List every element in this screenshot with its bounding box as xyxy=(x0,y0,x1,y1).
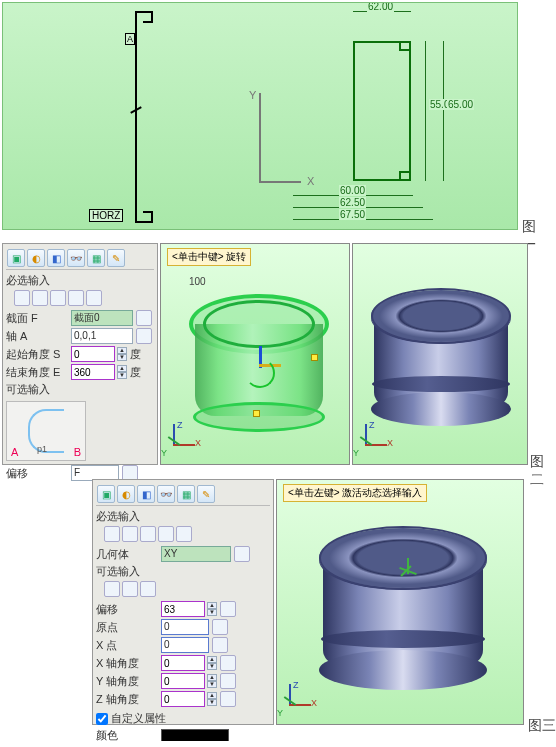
drag-handle-1[interactable] xyxy=(253,410,260,417)
mode-cut-icon[interactable] xyxy=(68,290,84,306)
preview-ring-inner xyxy=(203,300,315,348)
tool-block-icon[interactable]: ▦ xyxy=(87,249,105,267)
section-optional-label-2: 可选输入 xyxy=(96,564,270,579)
viewport-3[interactable]: <单击左键> 激活动态选择输入 Z X Y xyxy=(276,479,524,725)
sketch-canvas: HORZ A Y X 62.00 55.00 65.00 60.00 62.50… xyxy=(2,2,518,230)
zangle-input[interactable] xyxy=(161,691,205,707)
datum-panel: ▣ ◐ ◧ 👓 ▦ ✎ 必选输入 几何体 XY 可选输入 偏移 xyxy=(92,479,274,725)
axis-y-label: Y xyxy=(249,89,256,101)
plane-type-4-icon[interactable] xyxy=(158,526,174,542)
start-angle-spinner[interactable]: ▲▼ xyxy=(117,347,127,361)
tool-gear-icon[interactable]: ✎ xyxy=(107,249,125,267)
figure-3-caption: 图三 xyxy=(528,717,556,735)
yangle-opt-icon[interactable] xyxy=(220,673,236,689)
plane-type-1-icon[interactable] xyxy=(104,526,120,542)
section-optional-label: 可选输入 xyxy=(6,382,154,397)
offset-input[interactable] xyxy=(161,601,205,617)
axis-field[interactable]: 0,0,1 xyxy=(71,328,133,344)
offset-opt-icon[interactable] xyxy=(220,601,236,617)
offset-label-2: 偏移 xyxy=(96,602,158,617)
tool-cube-icon-2[interactable]: ▣ xyxy=(97,485,115,503)
triad-z-label-2: Z xyxy=(369,420,375,430)
start-angle-input[interactable] xyxy=(71,346,115,362)
offset-label: 偏移 xyxy=(6,466,68,481)
xangle-opt-icon[interactable] xyxy=(220,655,236,671)
deg-unit: 度 xyxy=(130,347,141,362)
drag-handle-2[interactable] xyxy=(311,354,318,361)
color-swatch[interactable] xyxy=(161,729,229,742)
tool-loft-icon[interactable]: ◧ xyxy=(47,249,65,267)
zangle-opt-icon[interactable] xyxy=(220,691,236,707)
plane-type-2-icon[interactable] xyxy=(122,526,138,542)
tool-cube-icon[interactable]: ▣ xyxy=(7,249,25,267)
triad-y-label: Y xyxy=(161,448,167,458)
offset-spinner[interactable]: ▲▼ xyxy=(207,602,217,616)
section-required-label: 必选输入 xyxy=(6,273,154,288)
xangle-label: X 轴角度 xyxy=(96,656,158,671)
preview-ring-bottom xyxy=(193,402,325,432)
viewport-tooltip: <单击中键> 旋转 xyxy=(167,248,251,266)
viewport-result[interactable]: Z X Y xyxy=(352,243,528,465)
color-label: 颜色 xyxy=(96,728,158,741)
mode-solid-icon[interactable] xyxy=(14,290,30,306)
yangle-label: Y 轴角度 xyxy=(96,674,158,689)
triad-x-label-3: X xyxy=(311,698,317,708)
mode-surface-icon[interactable] xyxy=(32,290,48,306)
end-angle-input[interactable] xyxy=(71,364,115,380)
tool-sweep-icon[interactable]: ◐ xyxy=(27,249,45,267)
custom-props-checkbox[interactable] xyxy=(96,713,108,725)
geometry-pick-icon[interactable] xyxy=(234,546,250,562)
geometry-field[interactable]: XY xyxy=(161,546,231,562)
tool-sweep-icon-2[interactable]: ◐ xyxy=(117,485,135,503)
yangle-spinner[interactable]: ▲▼ xyxy=(207,674,217,688)
preview-a-label: A xyxy=(11,446,18,458)
figure-3: ▣ ◐ ◧ 👓 ▦ ✎ 必选输入 几何体 XY 可选输入 偏移 xyxy=(92,479,556,733)
origin-field[interactable]: 0 xyxy=(161,619,209,635)
xpoint-pick-icon[interactable] xyxy=(212,637,228,653)
tool-glasses-icon[interactable]: 👓 xyxy=(67,249,85,267)
constraint-a-badge: A xyxy=(125,33,135,45)
section-field-label: 截面 F xyxy=(6,311,68,326)
figure-2: ▣ ◐ ◧ 👓 ▦ ✎ 必选输入 截面 F 截面0 轴 A 0,0,1 起始角度… xyxy=(2,243,552,471)
tool-glasses-icon-2[interactable]: 👓 xyxy=(157,485,175,503)
view-triad-2: Z X Y xyxy=(359,424,393,458)
end-angle-label: 结束角度 E xyxy=(6,365,68,380)
xpoint-field[interactable]: 0 xyxy=(161,637,209,653)
section-pick-icon[interactable] xyxy=(136,310,152,326)
opt-3-icon[interactable] xyxy=(140,581,156,597)
viewport-preview[interactable]: <单击中键> 旋转 100 Z X Y xyxy=(160,243,350,465)
tool-block-icon-2[interactable]: ▦ xyxy=(177,485,195,503)
deg-unit-2: 度 xyxy=(130,365,141,380)
opt-2-icon[interactable] xyxy=(122,581,138,597)
section-required-label-2: 必选输入 xyxy=(96,509,270,524)
plane-type-3-icon[interactable] xyxy=(140,526,156,542)
dim-bot1: 60.00 xyxy=(339,185,366,196)
dim-bot2: 62.50 xyxy=(339,197,366,208)
mode-thin-icon[interactable] xyxy=(50,290,66,306)
panel-toolbar: ▣ ◐ ◧ 👓 ▦ ✎ xyxy=(6,247,154,270)
opt-1-icon[interactable] xyxy=(104,581,120,597)
constraint-horz-badge: HORZ xyxy=(89,209,123,222)
tool-loft-icon-2[interactable]: ◧ xyxy=(137,485,155,503)
yangle-input[interactable] xyxy=(161,673,205,689)
section-field[interactable]: 截面0 xyxy=(71,310,133,326)
end-angle-spinner[interactable]: ▲▼ xyxy=(117,365,127,379)
dim-right2: 65.00 xyxy=(447,99,474,110)
triad-x-label-2: X xyxy=(387,438,393,448)
zangle-spinner[interactable]: ▲▼ xyxy=(207,692,217,706)
tool-gear-icon-2[interactable]: ✎ xyxy=(197,485,215,503)
zangle-label: Z 轴角度 xyxy=(96,692,158,707)
origin-pick-icon[interactable] xyxy=(212,619,228,635)
figure-1: HORZ A Y X 62.00 55.00 65.00 60.00 62.50… xyxy=(2,2,539,235)
ring-model xyxy=(371,290,511,430)
axis-pick-icon[interactable] xyxy=(136,328,152,344)
mode-add-icon[interactable] xyxy=(86,290,102,306)
xangle-spinner[interactable]: ▲▼ xyxy=(207,656,217,670)
coordinate-system-marker xyxy=(395,556,423,584)
plane-type-5-icon[interactable] xyxy=(176,526,192,542)
preview-p1-label: p1 xyxy=(37,444,47,454)
xangle-input[interactable] xyxy=(161,655,205,671)
manipulator-widget[interactable] xyxy=(247,352,275,380)
triad-y-label-3: Y xyxy=(277,708,283,718)
start-angle-label: 起始角度 S xyxy=(6,347,68,362)
